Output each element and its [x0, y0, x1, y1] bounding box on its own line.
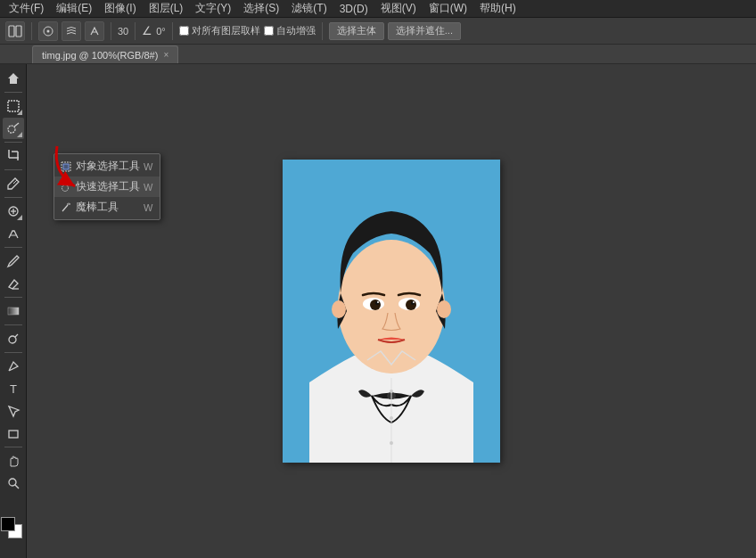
- svg-line-46: [62, 205, 68, 211]
- zoom-tool[interactable]: [3, 472, 24, 494]
- quick-select-tool[interactable]: [3, 118, 24, 139]
- ctx-item-3-shortcut: W: [144, 202, 152, 213]
- tool-tri-indicator-3: [17, 215, 22, 220]
- menu-help[interactable]: 帮助(H): [474, 0, 522, 17]
- tool-tri-indicator-2: [17, 132, 22, 137]
- pen-tool[interactable]: [3, 356, 24, 377]
- svg-rect-18: [8, 308, 19, 315]
- dodge-tool[interactable]: [3, 328, 24, 349]
- ctx-item-quick-select[interactable]: 快速选择工具 W: [54, 176, 160, 197]
- svg-point-27: [332, 300, 346, 318]
- ctx-item-3-label: 魔棒工具: [76, 200, 119, 215]
- angle-value: 0°: [156, 26, 166, 37]
- svg-point-32: [406, 300, 416, 310]
- toolbar-sep-4: [4, 197, 22, 198]
- opt-separator-1: [31, 22, 32, 40]
- svg-point-28: [437, 300, 451, 318]
- heal-tool[interactable]: [3, 201, 24, 222]
- size-label: 30: [118, 26, 128, 37]
- svg-text:T: T: [10, 382, 17, 396]
- ctx-item-object-select[interactable]: 对象选择工具 W: [54, 156, 160, 176]
- menu-text[interactable]: 文字(Y): [190, 0, 236, 17]
- tool-tri-indicator: [17, 110, 22, 115]
- color-swatches[interactable]: [1, 517, 26, 542]
- ctx-object-select-icon: [60, 160, 72, 173]
- left-toolbar: T: [0, 64, 27, 558]
- svg-point-19: [9, 336, 16, 343]
- ctx-item-1-shortcut: W: [144, 161, 152, 172]
- opt-separator-2: [111, 22, 111, 40]
- svg-line-45: [68, 183, 70, 185]
- ctx-item-2-label: 快速选择工具: [76, 179, 140, 194]
- svg-line-49: [69, 202, 70, 203]
- rect-select-tool[interactable]: [3, 95, 24, 117]
- ctx-item-1-label: 对象选择工具: [76, 159, 140, 174]
- ctx-item-magic-wand[interactable]: 魔棒工具 W: [54, 197, 160, 217]
- menu-file[interactable]: 文件(F): [4, 0, 49, 17]
- svg-line-7: [14, 123, 19, 127]
- svg-point-3: [47, 29, 50, 32]
- svg-rect-0: [9, 26, 14, 37]
- checkbox-all-layers[interactable]: 对所有图层取样: [179, 24, 260, 37]
- tab-label: timg.jpg @ 100%(RGB/8#): [42, 50, 158, 61]
- select-mask-button[interactable]: 选择并遮住...: [388, 22, 461, 40]
- eraser-tool[interactable]: [3, 273, 24, 294]
- brush-options-icon[interactable]: [62, 21, 81, 41]
- svg-line-24: [15, 485, 19, 488]
- menu-filter[interactable]: 滤镜(T): [286, 0, 332, 17]
- svg-point-44: [62, 185, 69, 191]
- svg-line-20: [15, 334, 18, 337]
- brush-angle-icon[interactable]: [85, 21, 104, 41]
- svg-point-6: [8, 126, 15, 133]
- menu-3d[interactable]: 3D(D): [334, 2, 374, 16]
- toolbar-sep-5: [4, 247, 22, 248]
- svg-rect-43: [63, 164, 69, 169]
- canvas-area[interactable]: 对象选择工具 W 快速选择工具 W: [27, 64, 756, 558]
- svg-point-39: [390, 390, 393, 393]
- menu-select[interactable]: 选择(S): [238, 0, 284, 17]
- menu-window[interactable]: 窗口(W): [423, 0, 472, 17]
- tool-preset-icon[interactable]: [5, 21, 25, 41]
- context-menu: 对象选择工具 W 快速选择工具 W: [53, 153, 160, 220]
- tab-close-icon[interactable]: ×: [163, 51, 168, 60]
- tab-timg[interactable]: timg.jpg @ 100%(RGB/8#) ×: [32, 45, 178, 63]
- eyedropper-tool[interactable]: [3, 173, 24, 194]
- svg-point-41: [390, 441, 393, 445]
- menu-layer[interactable]: 图层(L): [144, 0, 189, 17]
- svg-point-35: [377, 301, 379, 303]
- foreground-color[interactable]: [1, 517, 15, 531]
- toolbar-sep-3: [4, 169, 22, 170]
- opt-separator-3: [135, 22, 136, 40]
- hand-tool[interactable]: [3, 450, 24, 472]
- brush-tool[interactable]: [3, 250, 24, 272]
- brush-preset-icon[interactable]: [38, 21, 58, 41]
- options-bar: 30 ∠ 0° 对所有图层取样 自动增强 选择主体 选择并遮住...: [0, 18, 756, 45]
- svg-point-31: [370, 300, 381, 310]
- menu-edit[interactable]: 编辑(E): [51, 0, 97, 17]
- clone-tool[interactable]: [3, 223, 24, 244]
- toolbar-sep-1: [4, 92, 22, 93]
- svg-rect-22: [9, 431, 18, 438]
- svg-point-36: [413, 301, 415, 303]
- angle-icon: ∠: [142, 24, 152, 37]
- tab-bar: timg.jpg @ 100%(RGB/8#) ×: [0, 45, 756, 64]
- svg-rect-1: [16, 26, 21, 37]
- shape-tool[interactable]: [3, 423, 24, 444]
- path-select-tool[interactable]: [3, 400, 24, 422]
- crop-tool[interactable]: [3, 145, 24, 167]
- gradient-tool[interactable]: [3, 300, 24, 322]
- opt-separator-4: [172, 22, 173, 40]
- toolbar-sep-9: [4, 447, 22, 447]
- checkbox-enhance-input[interactable]: [264, 26, 274, 36]
- svg-point-23: [9, 479, 16, 486]
- select-subject-button[interactable]: 选择主体: [329, 22, 384, 40]
- toolbar-sep-8: [4, 352, 22, 353]
- ctx-quick-select-icon: [60, 181, 72, 193]
- menu-image[interactable]: 图像(I): [99, 0, 141, 17]
- home-tool[interactable]: [3, 68, 24, 89]
- checkbox-enhance[interactable]: 自动增强: [264, 24, 316, 37]
- photo-canvas: [283, 160, 500, 463]
- text-tool[interactable]: T: [3, 378, 24, 399]
- checkbox-all-layers-input[interactable]: [179, 26, 189, 36]
- menu-view[interactable]: 视图(V): [375, 0, 422, 17]
